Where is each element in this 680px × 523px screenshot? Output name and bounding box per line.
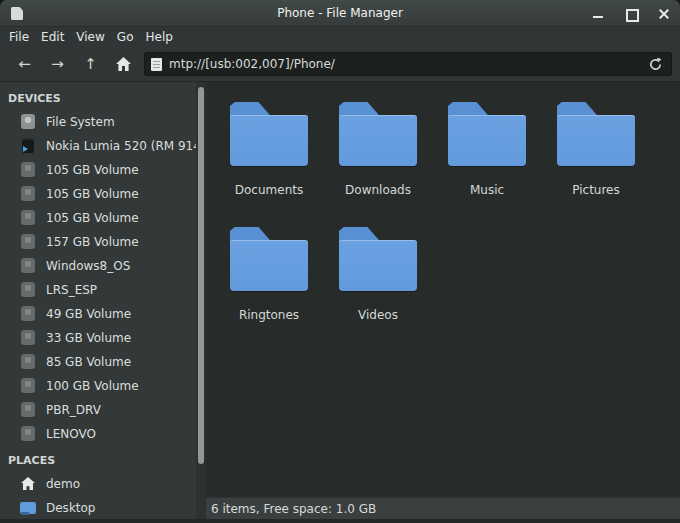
scrollbar-thumb[interactable] <box>198 87 204 464</box>
titlebar: Phone - File Manager <box>0 0 680 27</box>
folder-icon <box>339 102 417 166</box>
menubar: FileEditViewGoHelp <box>0 27 680 47</box>
file-manager-window: Phone - File Manager FileEditViewGoHelp … <box>0 0 680 523</box>
media-player-icon <box>20 138 36 154</box>
sidebar-item-label: 157 GB Volume <box>46 235 139 249</box>
up-button[interactable]: ↑ <box>74 51 107 77</box>
folder-icon <box>230 102 308 166</box>
folder-icon <box>230 227 308 291</box>
sidebar-item-33-gb-volume[interactable]: 33 GB Volume <box>0 326 206 350</box>
menu-help[interactable]: Help <box>139 27 178 47</box>
desktop-icon <box>20 500 36 516</box>
sidebar-item-label: File System <box>46 115 115 129</box>
address-text: mtp://[usb:002,007]/Phone/ <box>169 57 335 71</box>
file-grid: Documents Downloads Music Pictures Ringt… <box>206 82 680 497</box>
sidebar-item-100-gb-volume[interactable]: 100 GB Volume <box>0 374 206 398</box>
volume-icon <box>20 258 36 274</box>
sidebar-item-label: Windows8_OS <box>46 259 130 273</box>
sidebar-item-label: Nokia Lumia 520 (RM 914) <box>46 139 206 153</box>
window-bottom-border <box>0 519 680 523</box>
sidebar-item-49-gb-volume[interactable]: 49 GB Volume <box>0 302 206 326</box>
volume-icon <box>20 306 36 322</box>
reload-button[interactable] <box>645 54 665 74</box>
folder-icon <box>557 102 635 166</box>
sidebar-section-header: PLACES <box>0 446 206 472</box>
volume-icon <box>20 234 36 250</box>
folder-downloads[interactable]: Downloads <box>339 102 417 197</box>
folder-label: Downloads <box>345 183 411 197</box>
folder-videos[interactable]: Videos <box>339 227 417 322</box>
window-controls <box>592 0 670 27</box>
sidebar-item-nokia-lumia-520-rm-914[interactable]: Nokia Lumia 520 (RM 914) <box>0 134 206 158</box>
volume-icon <box>20 282 36 298</box>
volume-icon <box>20 354 36 370</box>
sidebar-item-desktop[interactable]: Desktop <box>0 496 206 519</box>
address-bar[interactable]: mtp://[usb:002,007]/Phone/ <box>144 52 672 76</box>
sidebar-item-label: 105 GB Volume <box>46 163 139 177</box>
sidebar-item-105-gb-volume[interactable]: 105 GB Volume <box>0 182 206 206</box>
sidebar-item-label: demo <box>46 477 80 491</box>
sidebar-item-label: 33 GB Volume <box>46 331 131 345</box>
sidebar-item-105-gb-volume[interactable]: 105 GB Volume <box>0 206 206 230</box>
sidebar-item-demo[interactable]: demo <box>0 472 206 496</box>
window-title: Phone - File Manager <box>0 0 680 27</box>
sidebar-item-label: Desktop <box>46 501 96 515</box>
maximize-button[interactable] <box>625 8 637 20</box>
sidebar-item-lenovo[interactable]: LENOVO <box>0 422 206 446</box>
volume-icon <box>20 426 36 442</box>
volume-icon <box>20 402 36 418</box>
volume-icon <box>20 186 36 202</box>
sidebar: DEVICES File System Nokia Lumia 520 (RM … <box>0 82 206 519</box>
sidebar-item-label: 49 GB Volume <box>46 307 131 321</box>
status-text: 6 items, Free space: 1.0 GB <box>211 502 376 516</box>
menu-edit[interactable]: Edit <box>35 27 70 47</box>
statusbar: 6 items, Free space: 1.0 GB <box>206 497 680 519</box>
sidebar-item-105-gb-volume[interactable]: 105 GB Volume <box>0 158 206 182</box>
menu-go[interactable]: Go <box>111 27 140 47</box>
folder-music[interactable]: Music <box>448 102 526 197</box>
sidebar-section-header: DEVICES <box>0 84 206 110</box>
drive-icon <box>20 114 36 130</box>
volume-icon <box>20 162 36 178</box>
sidebar-item-label: 85 GB Volume <box>46 355 131 369</box>
sidebar-item-label: LRS_ESP <box>46 283 97 297</box>
folder-icon <box>339 227 417 291</box>
folder-label: Music <box>470 183 504 197</box>
sidebar-section-devices: DEVICES File System Nokia Lumia 520 (RM … <box>0 84 206 446</box>
main-pane: Documents Downloads Music Pictures Ringt… <box>206 82 680 519</box>
sidebar-section-places: PLACES demo Desktop <box>0 446 206 519</box>
menu-view[interactable]: View <box>70 27 110 47</box>
folder-label: Videos <box>358 308 398 322</box>
home-icon <box>20 476 36 492</box>
home-icon <box>116 57 131 71</box>
sidebar-item-label: LENOVO <box>46 427 96 441</box>
sidebar-item-label: 105 GB Volume <box>46 211 139 225</box>
folder-label: Documents <box>235 183 303 197</box>
sidebar-item-85-gb-volume[interactable]: 85 GB Volume <box>0 350 206 374</box>
folder-label: Ringtones <box>239 308 299 322</box>
sidebar-item-label: 100 GB Volume <box>46 379 139 393</box>
volume-icon <box>20 210 36 226</box>
sidebar-item-pbr-drv[interactable]: PBR_DRV <box>0 398 206 422</box>
document-icon <box>151 58 162 71</box>
sidebar-scrollbar[interactable] <box>196 82 206 519</box>
home-button[interactable] <box>107 51 140 77</box>
folder-documents[interactable]: Documents <box>230 102 308 197</box>
menu-file[interactable]: File <box>3 27 35 47</box>
sidebar-item-lrs-esp[interactable]: LRS_ESP <box>0 278 206 302</box>
volume-icon <box>20 378 36 394</box>
sidebar-item-label: 105 GB Volume <box>46 187 139 201</box>
refresh-icon <box>648 57 663 72</box>
sidebar-item-windows8-os[interactable]: Windows8_OS <box>0 254 206 278</box>
minimize-button[interactable] <box>592 8 604 20</box>
close-button[interactable] <box>658 8 670 20</box>
back-button[interactable]: ← <box>8 51 41 77</box>
sidebar-item-file-system[interactable]: File System <box>0 110 206 134</box>
folder-pictures[interactable]: Pictures <box>557 102 635 197</box>
folder-ringtones[interactable]: Ringtones <box>230 227 308 322</box>
sidebar-item-label: PBR_DRV <box>46 403 101 417</box>
folder-icon <box>448 102 526 166</box>
sidebar-item-157-gb-volume[interactable]: 157 GB Volume <box>0 230 206 254</box>
folder-label: Pictures <box>572 183 620 197</box>
forward-button[interactable]: → <box>41 51 74 77</box>
